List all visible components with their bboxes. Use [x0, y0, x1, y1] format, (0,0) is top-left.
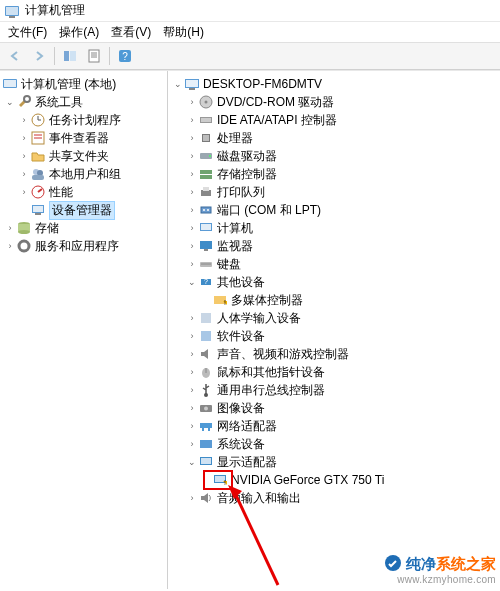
device-node-ide[interactable]: › IDE ATA/ATAPI 控制器 — [168, 111, 500, 129]
device-node-usb[interactable]: › 通用串行总线控制器 — [168, 381, 500, 399]
watermark-brand: 纯净系统之家 — [384, 554, 496, 574]
device-node-keyboards[interactable]: › 键盘 — [168, 255, 500, 273]
device-node-gpu[interactable]: ! NVIDIA GeForce GTX 750 Ti — [168, 471, 500, 489]
tree-node-device-manager[interactable]: 设备管理器 — [0, 201, 167, 219]
expand-icon[interactable]: › — [18, 133, 30, 143]
device-node-network[interactable]: › 网络适配器 — [168, 417, 500, 435]
collapse-icon[interactable]: ⌄ — [186, 277, 198, 287]
expand-icon[interactable]: › — [186, 259, 198, 269]
hid-icon — [198, 310, 214, 326]
expand-icon[interactable]: › — [186, 151, 198, 161]
expand-icon[interactable]: › — [186, 223, 198, 233]
expand-icon[interactable]: › — [4, 241, 16, 251]
expand-icon[interactable]: › — [186, 439, 198, 449]
menu-action[interactable]: 操作(A) — [53, 22, 105, 43]
expand-icon[interactable]: › — [18, 151, 30, 161]
svg-point-30 — [18, 230, 30, 234]
device-label: 图像设备 — [217, 400, 265, 417]
tree-node-storage[interactable]: › 存储 — [0, 219, 167, 237]
menu-view[interactable]: 查看(V) — [105, 22, 157, 43]
device-node-audio-io[interactable]: › 音频输入和输出 — [168, 489, 500, 507]
tree-node-system-tools[interactable]: ⌄ 系统工具 — [0, 93, 167, 111]
nav-forward-button[interactable] — [28, 45, 50, 67]
expand-icon[interactable]: › — [186, 385, 198, 395]
event-icon — [30, 130, 46, 146]
help-button[interactable]: ? — [114, 45, 136, 67]
svg-rect-71 — [208, 428, 210, 431]
titlebar: 计算机管理 — [0, 0, 500, 22]
device-node-other[interactable]: ⌄ ? 其他设备 — [168, 273, 500, 291]
device-label: 系统设备 — [217, 436, 265, 453]
device-node-ports[interactable]: › 端口 (COM 和 LPT) — [168, 201, 500, 219]
expand-icon[interactable]: › — [18, 187, 30, 197]
device-node-disk[interactable]: › 磁盘驱动器 — [168, 147, 500, 165]
tree-node-task-scheduler[interactable]: › 任务计划程序 — [0, 111, 167, 129]
expand-icon[interactable]: › — [18, 115, 30, 125]
svg-rect-47 — [201, 207, 211, 213]
device-node-hid[interactable]: › 人体学输入设备 — [168, 309, 500, 327]
properties-button[interactable] — [83, 45, 105, 67]
device-label: 人体学输入设备 — [217, 310, 301, 327]
collapse-icon[interactable]: ⌄ — [172, 79, 184, 89]
expand-icon[interactable]: › — [4, 223, 16, 233]
device-node-computer[interactable]: › 计算机 — [168, 219, 500, 237]
device-node-display-adapters[interactable]: ⌄ 显示适配器 — [168, 453, 500, 471]
device-node-dvd[interactable]: › DVD/CD-ROM 驱动器 — [168, 93, 500, 111]
tree-label: 系统工具 — [35, 94, 83, 111]
expand-icon[interactable]: › — [186, 349, 198, 359]
tree-node-shared-folders[interactable]: › 共享文件夹 — [0, 147, 167, 165]
device-node-cpu[interactable]: › 处理器 — [168, 129, 500, 147]
device-node-sound[interactable]: › 声音、视频和游戏控制器 — [168, 345, 500, 363]
device-node-host[interactable]: ⌄ DESKTOP-FM6DMTV — [168, 75, 500, 93]
device-node-mice[interactable]: › 鼠标和其他指针设备 — [168, 363, 500, 381]
tree-node-root[interactable]: 计算机管理 (本地) — [0, 75, 167, 93]
expand-icon[interactable]: › — [186, 313, 198, 323]
other-devices-icon: ? — [198, 274, 214, 290]
device-label: 网络适配器 — [217, 418, 277, 435]
collapse-icon[interactable]: ⌄ — [186, 457, 198, 467]
device-node-system-devices[interactable]: › 系统设备 — [168, 435, 500, 453]
tree-node-local-users[interactable]: › 本地用户和组 — [0, 165, 167, 183]
device-label: 存储控制器 — [217, 166, 277, 183]
svg-point-48 — [203, 209, 205, 211]
tree-node-performance[interactable]: › 性能 — [0, 183, 167, 201]
expand-icon[interactable]: › — [186, 187, 198, 197]
expand-icon[interactable]: › — [186, 421, 198, 431]
expand-icon[interactable]: › — [186, 169, 198, 179]
expand-icon[interactable]: › — [186, 493, 198, 503]
tree-node-services-apps[interactable]: › 服务和应用程序 — [0, 237, 167, 255]
device-node-imaging[interactable]: › 图像设备 — [168, 399, 500, 417]
expand-icon[interactable]: › — [186, 367, 198, 377]
device-node-print-queues[interactable]: › 打印队列 — [168, 183, 500, 201]
tree-label: 服务和应用程序 — [35, 238, 119, 255]
port-icon — [198, 202, 214, 218]
nav-back-button[interactable] — [4, 45, 26, 67]
device-node-monitors[interactable]: › 监视器 — [168, 237, 500, 255]
expand-icon[interactable]: › — [186, 97, 198, 107]
expand-icon[interactable]: › — [186, 115, 198, 125]
device-node-storage-controller[interactable]: › 存储控制器 — [168, 165, 500, 183]
device-label: 处理器 — [217, 130, 253, 147]
gpu-icon: ! — [212, 472, 228, 488]
device-label: NVIDIA GeForce GTX 750 Ti — [231, 473, 384, 487]
svg-rect-52 — [200, 241, 212, 249]
expand-icon[interactable]: › — [186, 133, 198, 143]
computer-management-icon — [2, 76, 18, 92]
expand-icon[interactable]: › — [186, 205, 198, 215]
device-node-software-devices[interactable]: › 软件设备 — [168, 327, 500, 345]
tree-node-event-viewer[interactable]: › 事件查看器 — [0, 129, 167, 147]
svg-text:!: ! — [224, 479, 226, 486]
svg-point-31 — [19, 241, 29, 251]
show-hide-tree-button[interactable] — [59, 45, 81, 67]
expand-icon[interactable]: › — [186, 403, 198, 413]
software-device-icon — [198, 328, 214, 344]
menu-help[interactable]: 帮助(H) — [157, 22, 210, 43]
expand-icon[interactable]: › — [186, 241, 198, 251]
device-label: 键盘 — [217, 256, 241, 273]
tree-label: 本地用户和组 — [49, 166, 121, 183]
expand-icon[interactable]: › — [186, 331, 198, 341]
collapse-icon[interactable]: ⌄ — [4, 97, 16, 107]
device-node-mm-controller[interactable]: ! 多媒体控制器 — [168, 291, 500, 309]
menu-file[interactable]: 文件(F) — [2, 22, 53, 43]
expand-icon[interactable]: › — [18, 169, 30, 179]
